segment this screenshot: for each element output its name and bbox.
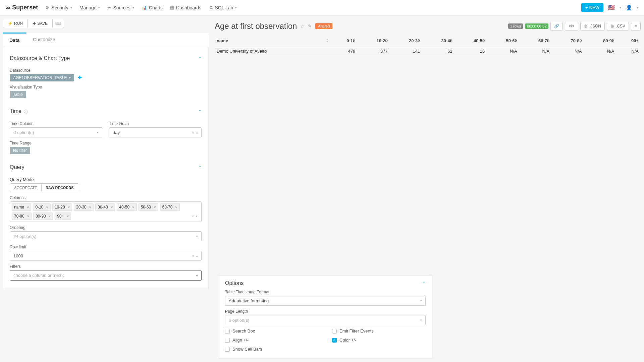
keyboard-button[interactable]: ⌨ xyxy=(53,19,64,28)
time-grain-select[interactable]: day×▾ xyxy=(109,127,202,137)
remove-icon[interactable]: × xyxy=(132,205,134,209)
nav-charts[interactable]: 📊Charts xyxy=(142,5,163,10)
pagelen-select[interactable]: 6 option(s)▾ xyxy=(225,315,426,325)
column-tag[interactable]: 20-30× xyxy=(74,203,94,211)
new-button[interactable]: +NEW xyxy=(581,3,603,12)
column-tag[interactable]: 30-40× xyxy=(95,203,115,211)
csv-button[interactable]: 🗎.CSV xyxy=(607,22,629,31)
nav-security[interactable]: ⚙Security▾ xyxy=(45,5,72,10)
chk-align[interactable]: Align +/- xyxy=(225,338,319,343)
column-tag[interactable]: 40-50× xyxy=(117,203,137,211)
filters-select[interactable]: choose a column or metric▾ xyxy=(10,270,202,281)
ts-format-label: Table Timestamp Format xyxy=(225,290,426,294)
column-tag[interactable]: 60-70× xyxy=(160,203,180,211)
column-tag[interactable]: 10-20× xyxy=(52,203,72,211)
column-tag[interactable]: 90+× xyxy=(55,213,71,220)
chevron-up-icon: ⌃ xyxy=(198,165,202,170)
viztype-pill[interactable]: Table xyxy=(10,91,26,98)
logo[interactable]: ∞ Superset xyxy=(5,4,38,11)
cell: N/A xyxy=(616,46,641,56)
column-tag[interactable]: 50-60× xyxy=(139,203,158,211)
clear-icon[interactable]: × xyxy=(192,254,194,258)
column-tag[interactable]: 70-80× xyxy=(12,213,32,220)
ordering-select[interactable]: 24 option(s)▾ xyxy=(10,231,202,241)
col-50-60[interactable]: 50-60▲▼ xyxy=(487,36,519,46)
mode-raw-records[interactable]: RAW RECORDS xyxy=(42,183,78,192)
remove-icon[interactable]: × xyxy=(27,214,29,218)
section-datasource-header[interactable]: Datasource & Chart Type ⌃ xyxy=(10,52,202,65)
options-header[interactable]: Options ⌃ xyxy=(225,280,426,286)
col-0-10[interactable]: 0-10▲▼ xyxy=(330,36,357,46)
clear-all-icon[interactable]: × xyxy=(192,214,194,218)
json-button[interactable]: 🗎.JSON xyxy=(580,22,605,31)
checkbox-icon xyxy=(225,338,230,343)
remove-icon[interactable]: × xyxy=(27,205,29,209)
time-row1: Time Column 0 option(s)▾ Time Grain day×… xyxy=(10,118,202,137)
col-80-90[interactable]: 80-90▲▼ xyxy=(584,36,616,46)
col-40-50[interactable]: 40-50▲▼ xyxy=(454,36,487,46)
remove-icon[interactable]: × xyxy=(154,205,156,209)
save-button[interactable]: ✚SAVE xyxy=(28,19,53,28)
column-tag[interactable]: 0-10× xyxy=(33,203,50,211)
col-name[interactable]: name▲▼ xyxy=(215,36,330,46)
nav-sqllab[interactable]: ⚗SQL Lab▾ xyxy=(209,5,237,10)
col-20-30[interactable]: 20-30▲▼ xyxy=(390,36,422,46)
time-range-label: Time Range xyxy=(10,141,202,145)
clear-icon[interactable]: × xyxy=(192,130,194,135)
datasource-pill[interactable]: AGE1OBSERVATION_TABLE▾ xyxy=(10,74,74,81)
nav-dashboards[interactable]: ▦Dashboards xyxy=(170,5,202,10)
remove-icon[interactable]: × xyxy=(175,205,177,209)
remove-icon[interactable]: × xyxy=(67,214,69,218)
col-30-40[interactable]: 30-40▲▼ xyxy=(422,36,454,46)
user-icon[interactable]: 👤 xyxy=(626,5,632,11)
table-row: Demo University of Aveiro 479 377 141 62… xyxy=(215,46,641,56)
bar-chart-icon: 📊 xyxy=(142,5,147,10)
edit-datasource-icon[interactable]: ✚ xyxy=(78,75,82,80)
time-range-pill[interactable]: No filter xyxy=(10,147,30,154)
embed-button[interactable]: </> xyxy=(565,22,578,31)
columns-select[interactable]: name× 0-10× 10-20× 20-30× 30-40× 40-50× … xyxy=(10,201,202,222)
remove-icon[interactable]: × xyxy=(49,214,51,218)
query-mode-toggle: AGGREGATE RAW RECORDS xyxy=(10,183,202,192)
col-90plus[interactable]: 90+▲▼ xyxy=(616,36,641,46)
section-query-header[interactable]: Query ⌃ xyxy=(10,161,202,174)
time-badge: 00:00:00.32 xyxy=(525,23,548,29)
right-panel: Age at first observation ☆ ✎ Altered 1 r… xyxy=(211,15,644,362)
chevron-down-icon: ▾ xyxy=(420,299,422,302)
remove-icon[interactable]: × xyxy=(68,205,70,209)
tabs: Data Customize xyxy=(3,33,209,47)
mode-aggregate[interactable]: AGGREGATE xyxy=(10,183,42,192)
remove-icon[interactable]: × xyxy=(46,205,48,209)
column-tag[interactable]: name× xyxy=(12,203,31,211)
nav-manage[interactable]: Manage▾ xyxy=(79,5,100,10)
chk-show-cell-bars[interactable]: Show Cell Bars xyxy=(225,347,319,352)
chk-color[interactable]: ✓Color +/- xyxy=(332,338,426,343)
column-tag[interactable]: 80-90× xyxy=(33,213,53,220)
tab-data[interactable]: Data xyxy=(3,33,26,47)
chk-search-box[interactable]: Search Box xyxy=(225,328,319,334)
section-time-header[interactable]: Time ⓘ ⌃ xyxy=(10,105,202,118)
col-70-80[interactable]: 70-80▲▼ xyxy=(551,36,584,46)
edit-icon[interactable]: ✎ xyxy=(308,23,312,29)
tab-customize[interactable]: Customize xyxy=(26,33,62,47)
rowlimit-select[interactable]: 1000×▾ xyxy=(10,251,202,261)
col-10-20[interactable]: 10-20▲▼ xyxy=(357,36,390,46)
run-button[interactable]: ⚡RUN xyxy=(3,19,28,28)
chevron-down-icon: ▾ xyxy=(196,215,198,218)
menu-button[interactable]: ≡ xyxy=(631,22,641,31)
chk-emit-filter[interactable]: Emit Filter Events xyxy=(332,328,426,334)
remove-icon[interactable]: × xyxy=(89,205,91,209)
link-button[interactable]: 🔗 xyxy=(550,22,563,31)
section-title: Time ⓘ xyxy=(10,108,28,115)
star-icon[interactable]: ☆ xyxy=(300,23,305,29)
pagelen-label: Page Length xyxy=(225,309,426,314)
time-column-select[interactable]: 0 option(s)▾ xyxy=(10,127,102,137)
ts-format-select[interactable]: Adaptative formating▾ xyxy=(225,296,426,306)
remove-icon[interactable]: × xyxy=(111,205,113,209)
chevron-down-icon: ▾ xyxy=(637,6,639,9)
checkbox-icon xyxy=(225,329,230,334)
bolt-icon: ⚡ xyxy=(8,21,13,26)
col-60-70[interactable]: 60-70▲▼ xyxy=(519,36,552,46)
nav-sources[interactable]: ≣Sources▾ xyxy=(107,5,134,10)
lang-flag-us[interactable]: 🇺🇸 xyxy=(608,4,615,11)
